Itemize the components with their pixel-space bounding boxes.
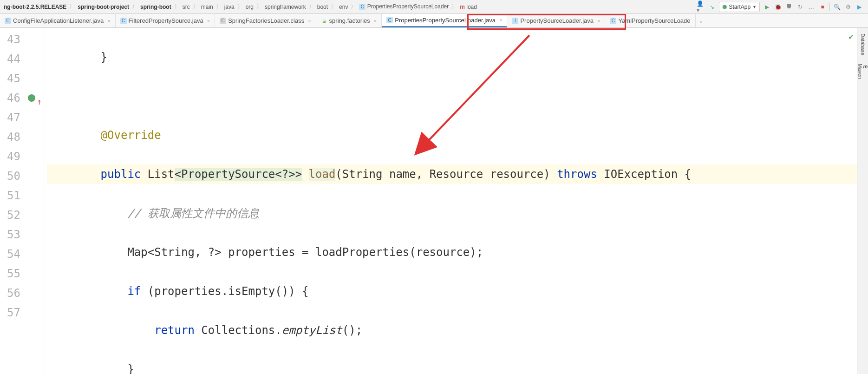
code-line: @Override: [47, 125, 868, 145]
code-line: }: [47, 47, 868, 67]
chev-icon: 〉: [192, 3, 199, 11]
crumb[interactable]: boot: [315, 3, 330, 11]
dropdown-icon: ▼: [752, 5, 757, 9]
spring-icon: ⬢: [722, 4, 727, 10]
editor: 43 44 45 46↑ 47 48 49 50 51 52 53 54 55 …: [0, 28, 868, 374]
line-number: 50: [0, 166, 44, 186]
crumb[interactable]: main: [199, 3, 215, 11]
chev-icon: 〉: [68, 3, 76, 11]
code-area[interactable]: } @Override public List<PropertySource<?…: [44, 28, 868, 374]
file-tab[interactable]: CYamlPropertySourceLoade: [605, 14, 695, 27]
crumb[interactable]: env: [337, 3, 350, 11]
chev-icon: 〉: [350, 3, 357, 11]
file-tab[interactable]: CSpringFactoriesLoader.class×: [215, 14, 316, 27]
separator: [829, 3, 830, 11]
close-icon[interactable]: ×: [207, 18, 210, 24]
crumb[interactable]: spring-boot: [138, 3, 173, 11]
code-line: public List<PropertySource<?>> load(Stri…: [47, 164, 868, 184]
file-tab-active[interactable]: CPropertiesPropertySourceLoader.java×: [382, 14, 507, 27]
stop-icon[interactable]: ■: [818, 3, 827, 11]
tab-label: YamlPropertySourceLoade: [618, 17, 690, 24]
breadcrumbs: ng-boot-2.2.5.RELEASE〉 spring-boot-proje…: [2, 2, 697, 11]
line-number: 45: [0, 69, 44, 88]
file-tab[interactable]: CConfigFileApplicationListener.java×: [0, 14, 116, 27]
tabs-dropdown[interactable]: ⌄: [696, 14, 706, 27]
run-icon[interactable]: ▶: [763, 3, 771, 11]
attach-icon[interactable]: …: [807, 3, 816, 11]
code-line: }: [47, 360, 868, 374]
crumb[interactable]: ng-boot-2.2.5.RELEASE: [2, 3, 68, 11]
java-icon: C: [610, 18, 616, 24]
chev-icon: 〉: [236, 3, 244, 11]
stop-all-icon[interactable]: ▶: [855, 3, 863, 11]
class-icon: C: [359, 4, 365, 10]
code-line: // 获取属性文件中的信息: [47, 203, 868, 223]
line-number: 49: [0, 147, 44, 166]
line-number: 56: [0, 283, 44, 303]
tool-window-database[interactable]: Database: [860, 33, 866, 55]
line-number: 46↑: [0, 88, 44, 108]
right-tool-strip: Database mMaven: [857, 28, 868, 374]
run-config-selector[interactable]: ⬢ StartApp ▼: [719, 2, 760, 12]
profile-icon[interactable]: ↻: [796, 3, 804, 11]
class-icon: C: [220, 18, 226, 24]
top-bar: ng-boot-2.2.5.RELEASE〉 spring-boot-proje…: [0, 0, 868, 14]
run-config-label: StartApp: [729, 4, 751, 10]
tab-label: PropertySourceLoader.java: [520, 17, 594, 24]
line-number: 57: [0, 303, 44, 322]
close-icon[interactable]: ×: [499, 17, 502, 23]
chev-icon: 〉: [215, 3, 222, 11]
search-icon[interactable]: 🔍: [833, 3, 841, 11]
close-icon[interactable]: ×: [107, 18, 110, 24]
user-icon[interactable]: 👤▾: [697, 3, 705, 11]
chev-icon: 〉: [330, 3, 337, 11]
crumb[interactable]: java: [222, 3, 236, 11]
chev-icon: 〉: [173, 3, 181, 11]
code-line: return Collections.emptyList();: [47, 321, 868, 340]
crumb[interactable]: org: [244, 3, 255, 11]
close-icon[interactable]: ×: [374, 18, 377, 24]
chev-icon: 〉: [131, 3, 138, 11]
file-icon: 🍃: [321, 18, 327, 24]
tabs-bar: CConfigFileApplicationListener.java× CFi…: [0, 14, 868, 28]
debug-icon[interactable]: 🐞: [774, 3, 782, 11]
crumb[interactable]: src: [181, 3, 192, 11]
crumb[interactable]: m load: [458, 3, 479, 11]
line-number: 55: [0, 264, 44, 283]
chev-icon: 〉: [255, 3, 263, 11]
line-number: 53: [0, 225, 44, 244]
file-tab[interactable]: CFilteredPropertySource.java×: [116, 14, 215, 27]
line-number: 52: [0, 205, 44, 225]
java-icon: C: [120, 18, 127, 24]
close-icon[interactable]: ×: [597, 18, 600, 24]
build-icon[interactable]: ↘: [708, 3, 716, 11]
line-number: 47: [0, 108, 44, 127]
code-line: if (properties.isEmpty()) {: [47, 282, 868, 301]
close-icon[interactable]: ×: [308, 18, 311, 24]
tab-label: FilteredPropertySource.java: [129, 17, 203, 24]
code-line: Map<String, ?> properties = loadProperti…: [47, 243, 868, 262]
tab-label: PropertiesPropertySourceLoader.java: [395, 17, 496, 24]
method-icon: m: [460, 4, 465, 10]
tab-label: ConfigFileApplicationListener.java: [13, 17, 104, 24]
crumb[interactable]: spring-boot-project: [76, 3, 131, 11]
file-tab[interactable]: IPropertySourceLoader.java×: [507, 14, 605, 27]
crumb[interactable]: springframework: [263, 3, 308, 11]
settings-icon[interactable]: ⚙: [844, 3, 852, 11]
line-number: 48: [0, 127, 44, 147]
toolbar-right: 👤▾ ↘ ⬢ StartApp ▼ ▶ 🐞 ⛊ ↻ … ■ 🔍 ⚙ ▶: [697, 2, 866, 12]
file-tab[interactable]: 🍃spring.factories×: [316, 14, 382, 27]
tool-window-maven[interactable]: mMaven: [857, 64, 868, 79]
line-number: 54: [0, 244, 44, 264]
chev-icon: 〉: [308, 3, 315, 11]
tab-label: SpringFactoriesLoader.class: [228, 17, 304, 24]
code-line: [47, 86, 868, 106]
gutter: 43 44 45 46↑ 47 48 49 50 51 52 53 54 55 …: [0, 28, 44, 374]
coverage-icon[interactable]: ⛊: [785, 3, 793, 11]
line-number: 51: [0, 186, 44, 205]
line-number: 44: [0, 49, 44, 69]
line-number: 43: [0, 30, 44, 49]
chev-icon: 〉: [450, 3, 458, 11]
java-icon: C: [386, 17, 393, 23]
crumb[interactable]: C PropertiesPropertySourceLoader: [357, 2, 450, 11]
